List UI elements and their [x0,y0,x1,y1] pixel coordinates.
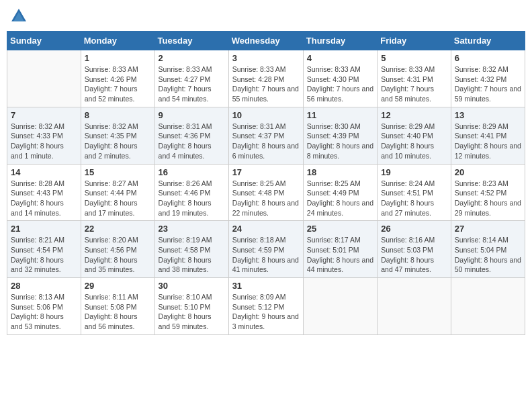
calendar-cell: 19Sunrise: 8:24 AMSunset: 4:51 PMDayligh… [378,164,451,221]
day-number: 1 [85,53,151,63]
day-number: 22 [85,224,151,234]
calendar-cell: 3Sunrise: 8:33 AMSunset: 4:28 PMDaylight… [228,50,303,107]
weekday-header-saturday: Saturday [451,32,525,50]
calendar-cell: 2Sunrise: 8:33 AMSunset: 4:27 PMDaylight… [154,50,228,107]
calendar-cell: 25Sunrise: 8:17 AMSunset: 5:01 PMDayligh… [303,221,377,278]
calendar-cell: 4Sunrise: 8:33 AMSunset: 4:30 PMDaylight… [303,50,377,107]
calendar-cell: 26Sunrise: 8:16 AMSunset: 5:03 PMDayligh… [378,221,451,278]
calendar-cell: 29Sunrise: 8:11 AMSunset: 5:08 PMDayligh… [81,278,154,335]
day-info: Sunrise: 8:23 AMSunset: 4:52 PMDaylight:… [455,179,521,218]
day-info: Sunrise: 8:29 AMSunset: 4:41 PMDaylight:… [455,122,521,161]
day-info: Sunrise: 8:11 AMSunset: 5:08 PMDaylight:… [85,292,151,332]
day-info: Sunrise: 8:26 AMSunset: 4:46 PMDaylight:… [159,179,225,218]
day-number: 9 [159,110,225,120]
calendar-table: SundayMondayTuesdayWednesdayThursdayFrid… [7,31,525,335]
calendar-cell [303,278,377,335]
calendar-cell: 9Sunrise: 8:31 AMSunset: 4:36 PMDaylight… [154,107,228,164]
day-number: 7 [11,110,77,120]
day-number: 21 [11,224,77,234]
day-number: 17 [232,167,300,177]
calendar-cell: 20Sunrise: 8:23 AMSunset: 4:52 PMDayligh… [451,164,525,221]
day-number: 12 [381,110,447,120]
calendar-cell: 21Sunrise: 8:21 AMSunset: 4:54 PMDayligh… [7,221,81,278]
day-number: 20 [455,167,521,177]
logo-icon [9,7,28,26]
day-info: Sunrise: 8:27 AMSunset: 4:44 PMDaylight:… [85,179,151,218]
day-info: Sunrise: 8:18 AMSunset: 4:59 PMDaylight:… [232,235,300,275]
day-number: 30 [159,281,225,291]
calendar-cell: 17Sunrise: 8:25 AMSunset: 4:48 PMDayligh… [228,164,303,221]
calendar-cell [378,278,451,335]
weekday-header-sunday: Sunday [7,32,81,50]
day-info: Sunrise: 8:33 AMSunset: 4:31 PMDaylight:… [381,64,447,104]
day-info: Sunrise: 8:16 AMSunset: 5:03 PMDaylight:… [381,235,447,275]
day-info: Sunrise: 8:14 AMSunset: 5:04 PMDaylight:… [455,235,521,275]
day-info: Sunrise: 8:33 AMSunset: 4:30 PMDaylight:… [307,64,373,104]
day-number: 11 [307,110,373,120]
calendar-cell: 7Sunrise: 8:32 AMSunset: 4:33 PMDaylight… [7,107,81,164]
day-number: 2 [159,53,225,63]
calendar-week-row: 28Sunrise: 8:13 AMSunset: 5:06 PMDayligh… [7,278,525,335]
day-info: Sunrise: 8:33 AMSunset: 4:26 PMDaylight:… [85,64,151,104]
day-info: Sunrise: 8:25 AMSunset: 4:48 PMDaylight:… [232,179,300,218]
day-info: Sunrise: 8:17 AMSunset: 5:01 PMDaylight:… [307,235,373,275]
day-info: Sunrise: 8:32 AMSunset: 4:33 PMDaylight:… [11,122,77,161]
day-number: 3 [232,53,300,63]
calendar-cell: 31Sunrise: 8:09 AMSunset: 5:12 PMDayligh… [228,278,303,335]
weekday-header-thursday: Thursday [303,32,377,50]
day-info: Sunrise: 8:32 AMSunset: 4:32 PMDaylight:… [455,64,521,104]
weekday-header-wednesday: Wednesday [228,32,303,50]
weekday-header-monday: Monday [81,32,154,50]
calendar-cell [451,278,525,335]
day-number: 18 [307,167,373,177]
calendar-week-row: 21Sunrise: 8:21 AMSunset: 4:54 PMDayligh… [7,221,525,278]
day-info: Sunrise: 8:21 AMSunset: 4:54 PMDaylight:… [11,235,77,275]
calendar-week-row: 14Sunrise: 8:28 AMSunset: 4:43 PMDayligh… [7,164,525,221]
day-number: 28 [11,281,77,291]
logo [9,7,31,26]
calendar-cell: 13Sunrise: 8:29 AMSunset: 4:41 PMDayligh… [451,107,525,164]
calendar-cell: 22Sunrise: 8:20 AMSunset: 4:56 PMDayligh… [81,221,154,278]
day-info: Sunrise: 8:28 AMSunset: 4:43 PMDaylight:… [11,179,77,218]
day-info: Sunrise: 8:24 AMSunset: 4:51 PMDaylight:… [381,179,447,218]
calendar-cell: 24Sunrise: 8:18 AMSunset: 4:59 PMDayligh… [228,221,303,278]
calendar-cell: 6Sunrise: 8:32 AMSunset: 4:32 PMDaylight… [451,50,525,107]
calendar-cell: 15Sunrise: 8:27 AMSunset: 4:44 PMDayligh… [81,164,154,221]
day-number: 14 [11,167,77,177]
day-info: Sunrise: 8:20 AMSunset: 4:56 PMDaylight:… [85,235,151,275]
day-info: Sunrise: 8:13 AMSunset: 5:06 PMDaylight:… [11,292,77,332]
day-number: 13 [455,110,521,120]
day-number: 4 [307,53,373,63]
day-info: Sunrise: 8:19 AMSunset: 4:58 PMDaylight:… [159,235,225,275]
day-info: Sunrise: 8:29 AMSunset: 4:40 PMDaylight:… [381,122,447,161]
day-info: Sunrise: 8:10 AMSunset: 5:10 PMDaylight:… [159,292,225,332]
day-info: Sunrise: 8:32 AMSunset: 4:35 PMDaylight:… [85,122,151,161]
day-info: Sunrise: 8:30 AMSunset: 4:39 PMDaylight:… [307,122,373,161]
calendar-cell: 28Sunrise: 8:13 AMSunset: 5:06 PMDayligh… [7,278,81,335]
day-number: 19 [381,167,447,177]
day-info: Sunrise: 8:31 AMSunset: 4:37 PMDaylight:… [232,122,300,161]
calendar-cell: 16Sunrise: 8:26 AMSunset: 4:46 PMDayligh… [154,164,228,221]
calendar-cell [7,50,81,107]
day-number: 6 [455,53,521,63]
day-number: 29 [85,281,151,291]
day-number: 15 [85,167,151,177]
day-number: 27 [455,224,521,234]
page-header [7,7,525,26]
calendar-cell: 11Sunrise: 8:30 AMSunset: 4:39 PMDayligh… [303,107,377,164]
weekday-header-tuesday: Tuesday [154,32,228,50]
day-info: Sunrise: 8:33 AMSunset: 4:28 PMDaylight:… [232,64,300,104]
calendar-cell: 23Sunrise: 8:19 AMSunset: 4:58 PMDayligh… [154,221,228,278]
day-info: Sunrise: 8:31 AMSunset: 4:36 PMDaylight:… [159,122,225,161]
calendar-cell: 12Sunrise: 8:29 AMSunset: 4:40 PMDayligh… [378,107,451,164]
day-number: 25 [307,224,373,234]
day-info: Sunrise: 8:33 AMSunset: 4:27 PMDaylight:… [159,64,225,104]
day-number: 23 [159,224,225,234]
weekday-header-row: SundayMondayTuesdayWednesdayThursdayFrid… [7,32,525,50]
calendar-cell: 10Sunrise: 8:31 AMSunset: 4:37 PMDayligh… [228,107,303,164]
calendar-week-row: 7Sunrise: 8:32 AMSunset: 4:33 PMDaylight… [7,107,525,164]
day-info: Sunrise: 8:25 AMSunset: 4:49 PMDaylight:… [307,179,373,218]
day-info: Sunrise: 8:09 AMSunset: 5:12 PMDaylight:… [232,292,300,332]
calendar-cell: 5Sunrise: 8:33 AMSunset: 4:31 PMDaylight… [378,50,451,107]
weekday-header-friday: Friday [378,32,451,50]
